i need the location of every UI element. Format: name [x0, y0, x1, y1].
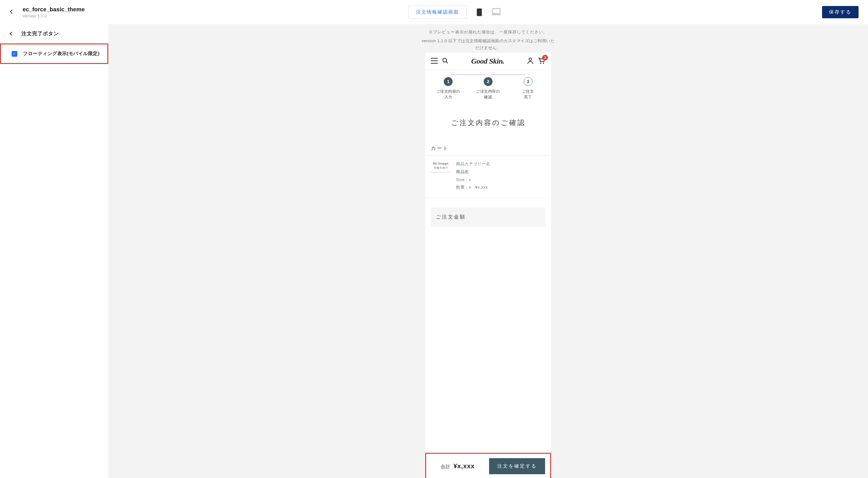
hint2-line1: version 1.1.0 以下では注文情報確認画面のカスタマイズはご利用いた [422, 38, 555, 43]
step-2: 2 ご注文内容の 確認 [472, 77, 504, 100]
chevron-left-icon [9, 31, 12, 37]
theme-name: ec_force_basic_theme [23, 6, 85, 13]
svg-point-4 [529, 58, 532, 60]
svg-rect-0 [477, 8, 482, 16]
step-connector [451, 74, 486, 75]
item-category: 商品カテゴリー名 [456, 160, 546, 168]
floating-display-option[interactable]: ✓ フローティング表示(モバイル限定) [12, 51, 100, 57]
cart-badge: 3 [542, 55, 548, 60]
step-3: 3 ご注文 完了 [513, 77, 544, 100]
user-icon[interactable] [527, 57, 533, 65]
step-number: 3 [524, 77, 532, 86]
svg-rect-2 [492, 14, 501, 15]
item-name[interactable]: 商品名 [456, 168, 546, 176]
hint2-line2: だけません。 [475, 46, 501, 50]
svg-point-6 [543, 63, 544, 64]
mobile-device-icon[interactable] [476, 8, 483, 17]
step-label: ご注文内容の 入力 [432, 88, 464, 100]
preview-hint-2: version 1.1.0 以下では注文情報確認画面のカスタマイズはご利用いた … [422, 37, 555, 51]
sidebar-section-title: 注文完了ボタン [22, 31, 59, 37]
total-text: 合計 ¥x,xxx [431, 462, 484, 470]
sidebar: 注文完了ボタン ✓ フローティング表示(モバイル限定) [0, 24, 108, 478]
svg-point-5 [540, 63, 541, 64]
shop-logo[interactable]: Good Skin. [453, 57, 523, 65]
search-icon[interactable] [442, 58, 448, 65]
title-block: ec_force_basic_theme Version 1.1.0 [23, 6, 85, 18]
no-image-placeholder: No Image 画像準備中 [431, 160, 451, 191]
sidebar-section-header[interactable]: 注文完了ボタン [0, 24, 108, 43]
step-connector [491, 74, 525, 75]
svg-point-3 [443, 58, 446, 62]
item-size: Size：x [456, 176, 546, 184]
step-label: ご注文内容の 確認 [472, 88, 504, 100]
step-number: 2 [484, 77, 493, 86]
chevron-left-icon [9, 9, 13, 14]
no-image-text: No Image [431, 160, 451, 165]
svg-rect-1 [493, 8, 500, 13]
no-image-subtext: 画像準備中 [431, 166, 451, 172]
hamburger-icon[interactable] [431, 58, 438, 64]
mobile-preview-frame: Good Skin. 3 1 ご注文内容の 入力 [425, 53, 551, 478]
step-label: ご注文 完了 [513, 88, 544, 100]
confirm-order-button[interactable]: 注文を確定する [489, 458, 545, 474]
highlighted-floating-bar: 合計 ¥x,xxx 注文を確定する [425, 453, 551, 478]
floating-checkout-bar: 合計 ¥x,xxx 注文を確定する [426, 454, 550, 478]
cart-item: No Image 画像準備中 商品カテゴリー名 商品名 Size：x 数量：x … [425, 156, 551, 198]
page-title: ご注文内容のご確認 [425, 118, 551, 127]
option-label: フローティング表示(モバイル限定) [23, 51, 100, 57]
preview-hint-1: ※プレビュー表示が崩れた場合は、一度保存してください。 [429, 29, 548, 35]
checkout-steps: 1 ご注文内容の 入力 2 ご注文内容の 確認 3 ご注文 [425, 70, 551, 103]
item-qty-price: 数量：x ¥x,xxx [456, 184, 546, 191]
total-value: ¥x,xxx [454, 462, 474, 470]
order-amount-section: ご注文金額 [431, 208, 546, 227]
desktop-device-icon[interactable] [492, 8, 499, 17]
topbar-center: 注文情報確認画面 [91, 6, 816, 19]
cart-button[interactable]: 3 [538, 57, 546, 65]
shop-header: Good Skin. 3 [425, 53, 551, 70]
preview-canvas: ※プレビュー表示が崩れた場合は、一度保存してください。 version 1.1.… [108, 24, 868, 478]
checkbox-checked-icon[interactable]: ✓ [12, 51, 17, 57]
save-button[interactable]: 保存する [822, 6, 859, 18]
top-bar: ec_force_basic_theme Version 1.1.0 注文情報確… [0, 0, 868, 24]
order-confirm-screen-button[interactable]: 注文情報確認画面 [408, 6, 467, 19]
step-1: 1 ご注文内容の 入力 [432, 77, 464, 100]
step-number: 1 [444, 77, 453, 86]
theme-version: Version 1.1.0 [23, 13, 85, 18]
total-prefix: 合計 [441, 464, 451, 469]
cart-item-meta: 商品カテゴリー名 商品名 Size：x 数量：x ¥x,xxx [456, 160, 546, 191]
cart-section-label: カート [425, 145, 551, 156]
highlighted-option-row: ✓ フローティング表示(モバイル限定) [0, 43, 108, 64]
back-button[interactable] [6, 7, 17, 17]
main: 注文完了ボタン ✓ フローティング表示(モバイル限定) ※プレビュー表示が崩れた… [0, 24, 868, 478]
device-toggle [476, 8, 499, 17]
